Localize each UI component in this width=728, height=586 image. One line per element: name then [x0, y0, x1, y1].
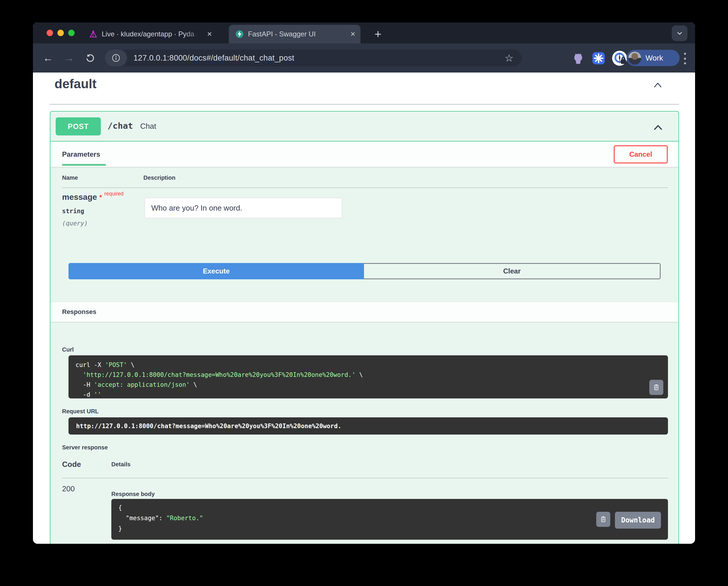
parameter-location: (query)	[62, 220, 88, 227]
minimize-window-button[interactable]	[57, 30, 64, 36]
browser-window: Live · kludex/agentapp · Pyda × FastAPI …	[33, 22, 695, 544]
new-tab-button[interactable]: +	[370, 27, 385, 42]
tag-divider	[50, 104, 679, 105]
logfire-icon	[89, 30, 98, 38]
zoom-window-button[interactable]	[68, 30, 75, 36]
fastapi-icon	[235, 30, 244, 38]
toolbar-divider	[619, 53, 620, 63]
avatar	[628, 51, 642, 65]
profile-label: Work	[646, 54, 663, 63]
copy-response-button[interactable]	[596, 512, 610, 527]
responses-title: Responses	[62, 308, 96, 316]
tab-logfire[interactable]: Live · kludex/agentapp · Pyda ×	[82, 25, 217, 44]
tab-title: FastAPI - Swagger UI	[248, 30, 348, 38]
required-label: required	[104, 191, 124, 197]
response-body-block: { "message": "Roberto."} Download	[111, 499, 668, 540]
column-header-details: Details	[111, 461, 130, 468]
asterisk-extension-icon[interactable]	[592, 52, 605, 65]
site-info-chip[interactable]	[105, 50, 127, 66]
method-badge: POST	[56, 117, 101, 135]
parameters-tab-underline	[62, 164, 106, 166]
info-icon	[111, 53, 121, 63]
server-response-label: Server response	[62, 444, 108, 451]
reload-icon	[85, 53, 95, 63]
message-parameter-input[interactable]	[145, 198, 342, 218]
copy-curl-button[interactable]	[649, 380, 663, 395]
tab-fastapi-swagger[interactable]: FastAPI - Swagger UI ×	[229, 25, 360, 44]
address-bar[interactable]: 127.0.0.1:8000/docs#/default/chat_chat_p…	[105, 50, 522, 66]
tab-close-icon[interactable]: ×	[204, 29, 217, 39]
clipboard-icon	[653, 383, 660, 391]
column-header-name: Name	[62, 175, 78, 181]
operation-collapse-chevron-icon[interactable]	[652, 122, 664, 133]
profile-button[interactable]: Work	[627, 50, 680, 66]
clipboard-icon	[600, 515, 607, 523]
reload-button[interactable]	[82, 50, 98, 66]
column-header-description: Description	[143, 175, 175, 181]
execute-row: Execute Clear	[69, 263, 661, 279]
url-text: 127.0.0.1:8000/docs#/default/chat_chat_p…	[133, 54, 294, 63]
opblock-post-chat: POST /chat Chat Parameters Cancel Name D…	[50, 111, 679, 544]
cancel-button[interactable]: Cancel	[614, 145, 668, 163]
browser-menu-button[interactable]	[683, 53, 687, 64]
status-code: 200	[62, 484, 75, 494]
back-button[interactable]: ←	[40, 50, 56, 66]
swagger-page: default POST /chat Chat Parameters Cance…	[33, 73, 695, 544]
column-header-code: Code	[62, 460, 81, 469]
opblock-header[interactable]: POST /chat Chat	[50, 111, 678, 141]
forward-button[interactable]: →	[61, 50, 77, 66]
download-button[interactable]: Download	[615, 512, 661, 529]
tab-search-chevron-button[interactable]	[672, 25, 687, 41]
required-asterisk: *	[99, 193, 102, 201]
clear-button[interactable]: Clear	[364, 263, 661, 279]
parameter-type: string	[62, 208, 84, 215]
parameters-title: Parameters	[62, 150, 100, 158]
tab-title: Live · kludex/agentapp · Pyda	[102, 30, 204, 38]
request-url-value: http://127.0.0.1:8000/chat?message=Who%2…	[76, 423, 341, 430]
parameters-section-header: Parameters Cancel	[50, 141, 678, 167]
chevron-down-icon	[675, 29, 684, 37]
operation-summary: Chat	[140, 122, 156, 131]
responses-section-header: Responses	[50, 302, 678, 322]
bookmark-star-icon[interactable]: ☆	[505, 50, 513, 66]
operation-path: /chat	[107, 121, 133, 131]
curl-command-block: curl -X 'POST' \ 'http://127.0.0.1:8000/…	[69, 355, 668, 398]
parameter-name: message *	[62, 192, 102, 202]
tag-collapse-chevron-icon[interactable]	[651, 79, 664, 92]
parameters-table-divider	[62, 188, 668, 188]
tab-close-icon[interactable]: ×	[348, 29, 360, 39]
curl-label: Curl	[62, 346, 74, 353]
tag-title[interactable]: default	[54, 77, 97, 91]
tab-strip: Live · kludex/agentapp · Pyda × FastAPI …	[33, 22, 695, 44]
browser-toolbar: ← → 127.0.0.1:8000/docs#/default/chat_ch…	[33, 44, 695, 73]
request-url-label: Request URL	[62, 408, 99, 415]
close-window-button[interactable]	[47, 30, 53, 36]
execute-button[interactable]: Execute	[69, 263, 364, 279]
request-url-block: http://127.0.0.1:8000/chat?message=Who%2…	[69, 417, 668, 434]
refined-github-extension-icon[interactable]	[572, 52, 585, 65]
response-body-label: Response body	[111, 491, 155, 498]
server-response-divider	[62, 478, 668, 478]
